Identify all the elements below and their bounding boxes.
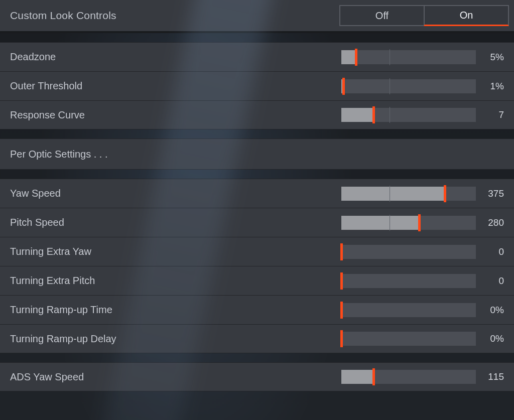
toggle-on-button[interactable]: On (424, 5, 509, 26)
slider-handle[interactable] (372, 368, 375, 385)
setting-slider[interactable] (341, 108, 476, 122)
subheader-label: Per Optic Settings . . . (10, 149, 108, 160)
setting-value: 0 (481, 275, 511, 287)
setting-row: Turning Extra Yaw0 (0, 237, 514, 266)
setting-value: 375 (481, 188, 511, 199)
setting-row: Turning Extra Pitch0 (0, 266, 514, 295)
setting-slider[interactable] (341, 187, 476, 201)
setting-row: Response Curve7 (0, 100, 514, 129)
setting-slider[interactable] (341, 370, 476, 384)
setting-label: Response Curve (10, 109, 341, 121)
setting-value: 7 (481, 109, 511, 120)
slider-tick (390, 186, 390, 202)
slider-tick (390, 78, 390, 94)
header-title: Custom Look Controls (10, 10, 340, 22)
setting-label: Turning Extra Pitch (10, 275, 341, 287)
slider-tick (390, 49, 390, 65)
setting-label: ADS Yaw Speed (10, 371, 341, 383)
slider-tick (390, 107, 390, 123)
slider-handle[interactable] (355, 49, 357, 66)
slider-tick (390, 215, 390, 231)
setting-label: Yaw Speed (10, 188, 341, 199)
slider-handle[interactable] (340, 302, 343, 319)
setting-row: Yaw Speed375 (0, 179, 514, 208)
toggle-off-button[interactable]: Off (339, 5, 425, 26)
per-optic-settings-header[interactable]: Per Optic Settings . . . (0, 138, 514, 170)
setting-label: Turning Ramp-up Delay (10, 333, 341, 345)
slider-handle[interactable] (340, 330, 343, 347)
custom-look-toggle: Off On (340, 5, 509, 26)
setting-row: Turning Ramp-up Time0% (0, 295, 514, 324)
setting-value: 5% (481, 52, 511, 63)
setting-slider[interactable] (341, 332, 476, 346)
settings-panel: Custom Look Controls Off On Deadzone5%Ou… (0, 0, 514, 400)
setting-row: Pitch Speed280 (0, 208, 514, 237)
setting-value: 280 (481, 217, 511, 228)
setting-slider[interactable] (341, 79, 476, 93)
setting-value: 1% (481, 81, 511, 92)
slider-handle[interactable] (372, 106, 375, 123)
setting-row: Turning Ramp-up Delay0% (0, 324, 514, 353)
slider-fill (341, 187, 445, 201)
slider-handle[interactable] (418, 214, 421, 231)
custom-look-controls-header: Custom Look Controls Off On (0, 0, 514, 33)
setting-row: ADS Yaw Speed115 (0, 362, 514, 391)
slider-handle[interactable] (444, 185, 446, 202)
setting-label: Turning Ramp-up Time (10, 304, 341, 316)
setting-label: Outer Threshold (10, 80, 341, 92)
slider-handle[interactable] (340, 272, 343, 290)
slider-fill (341, 50, 356, 64)
setting-value: 0 (481, 246, 511, 257)
setting-value: 0% (481, 305, 511, 316)
setting-value: 0% (481, 333, 511, 344)
setting-slider[interactable] (341, 303, 476, 317)
setting-row: Outer Threshold1% (0, 71, 514, 100)
setting-label: Deadzone (10, 51, 341, 63)
slider-fill (341, 108, 373, 122)
slider-fill (341, 370, 373, 384)
setting-slider[interactable] (341, 50, 476, 64)
slider-handle[interactable] (342, 78, 345, 95)
setting-label: Turning Extra Yaw (10, 246, 341, 257)
setting-slider[interactable] (341, 245, 476, 259)
setting-row: Deadzone5% (0, 42, 514, 71)
setting-slider[interactable] (341, 216, 476, 230)
slider-handle[interactable] (340, 243, 343, 260)
slider-fill (341, 216, 419, 230)
setting-slider[interactable] (341, 274, 476, 288)
setting-label: Pitch Speed (10, 217, 341, 228)
setting-value: 115 (481, 371, 511, 382)
